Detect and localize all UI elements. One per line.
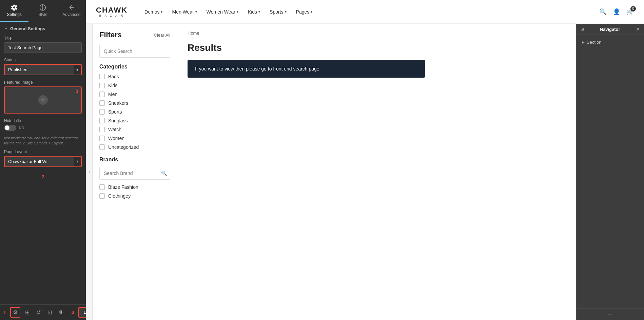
hide-title-label: Hide Title bbox=[4, 118, 82, 123]
checkbox-women[interactable] bbox=[99, 136, 105, 141]
section-chevron: ▶ bbox=[582, 40, 585, 44]
filter-item-kids[interactable]: Kids bbox=[99, 83, 170, 88]
label-men: Men bbox=[108, 92, 117, 97]
page-layout-arrow: ▾ bbox=[74, 159, 81, 164]
title-input[interactable] bbox=[4, 42, 82, 53]
checkbox-watch[interactable] bbox=[99, 127, 105, 132]
responsive-icon-button[interactable]: ⊡ bbox=[45, 308, 54, 317]
info-box: If you want to view then please go to fr… bbox=[188, 60, 425, 78]
page-layout-label: Page Layout bbox=[4, 149, 82, 154]
checkbox-blaze[interactable] bbox=[99, 184, 105, 190]
search-brand-input[interactable] bbox=[99, 167, 170, 180]
add-image-button[interactable]: + bbox=[38, 95, 48, 105]
page-layout-select-wrapper: Chawkbazar Full Wi ▾ bbox=[4, 156, 82, 167]
checkbox-sports[interactable] bbox=[99, 109, 105, 115]
preview-icon-button[interactable]: 👁 bbox=[57, 308, 66, 317]
filters-header: Filters Clear All bbox=[99, 31, 170, 39]
navigator-footer-dots: ··· bbox=[608, 311, 612, 317]
nav-demos-label: Demos bbox=[144, 9, 159, 15]
nav-item-pages[interactable]: Pages ▾ bbox=[296, 9, 313, 15]
navigator-content: ▶ Section bbox=[577, 35, 644, 308]
filter-item-sunglass[interactable]: Sunglass bbox=[99, 118, 170, 123]
checkbox-clothingey[interactable] bbox=[99, 193, 105, 199]
categories-title: Categories bbox=[99, 64, 170, 70]
user-icon[interactable]: 👤 bbox=[613, 8, 620, 16]
status-select[interactable]: Published Draft Private bbox=[5, 65, 74, 75]
collapse-button[interactable]: ‹ bbox=[86, 24, 93, 320]
navigator-panel: ⊞ Navigator ✕ ▶ Section ··· bbox=[576, 24, 644, 320]
checkbox-uncategorized[interactable] bbox=[99, 144, 105, 150]
demos-chevron: ▾ bbox=[161, 10, 162, 14]
filter-item-uncategorized[interactable]: Uncategorized bbox=[99, 144, 170, 150]
search-brand-icon: 🔍 bbox=[161, 171, 167, 176]
nav-item-womenwear[interactable]: Women Wear ▾ bbox=[207, 9, 238, 15]
filters-sidebar: Filters Clear All Categories Bags Kids bbox=[93, 24, 177, 320]
layers-icon-button[interactable]: ⊞ bbox=[23, 308, 32, 317]
general-settings-section: General Settings Title Status Published … bbox=[0, 22, 86, 185]
page-layout-group: Page Layout Chawkbazar Full Wi ▾ bbox=[4, 149, 82, 167]
checkbox-men[interactable] bbox=[99, 92, 105, 97]
tab-advanced[interactable]: Advanced bbox=[57, 0, 86, 22]
search-icon[interactable]: 🔍 bbox=[599, 8, 607, 16]
settings-tab-label: Settings bbox=[7, 12, 21, 17]
label-watch: Watch bbox=[108, 127, 121, 132]
clear-all-button[interactable]: Clear All bbox=[154, 33, 170, 38]
cart-badge: 0 bbox=[630, 6, 636, 12]
nav-menwear-label: Men Wear bbox=[172, 9, 194, 15]
hide-title-toggle[interactable] bbox=[4, 125, 16, 131]
tab-style[interactable]: Style bbox=[28, 0, 57, 22]
checkbox-bags[interactable] bbox=[99, 74, 105, 79]
nav-item-sports[interactable]: Sports ▾ bbox=[270, 9, 286, 15]
breadcrumb[interactable]: Home bbox=[188, 31, 566, 36]
featured-image-label: Featured Image bbox=[4, 80, 82, 85]
search-brand-wrapper: 🔍 bbox=[99, 167, 170, 180]
logo-text: CHAWK bbox=[96, 6, 128, 14]
nav-pages-label: Pages bbox=[296, 9, 310, 15]
checkbox-sunglass[interactable] bbox=[99, 118, 105, 123]
featured-image-group: Featured Image 3 + bbox=[4, 80, 82, 114]
section-header[interactable]: General Settings bbox=[4, 26, 82, 31]
top-nav: CHAWK B A Z A R Demos ▾ Men Wear ▾ Women… bbox=[86, 0, 644, 24]
label-sports: Sports bbox=[108, 109, 122, 115]
red-num-1: 1 bbox=[3, 310, 6, 315]
menwear-chevron: ▾ bbox=[195, 10, 197, 14]
featured-image-box[interactable]: 3 + bbox=[4, 86, 82, 114]
filter-item-bags[interactable]: Bags bbox=[99, 74, 170, 79]
toggle-no-label: NO bbox=[19, 126, 24, 130]
checkbox-sneakers[interactable] bbox=[99, 100, 105, 106]
cart-icon[interactable]: 🛒 0 bbox=[626, 8, 634, 16]
red-num-4: 4 bbox=[72, 310, 74, 315]
toggle-knob bbox=[5, 125, 9, 130]
app-wrapper: Settings Style Advanced General Settings bbox=[0, 0, 644, 320]
filter-item-watch[interactable]: Watch bbox=[99, 127, 170, 132]
history-icon-button[interactable]: ↺ bbox=[34, 308, 43, 317]
update-button[interactable]: UPDATE bbox=[78, 307, 86, 318]
filter-item-clothingey[interactable]: Clothingey bbox=[99, 193, 170, 199]
filter-item-sneakers[interactable]: Sneakers bbox=[99, 100, 170, 106]
filter-item-women[interactable]: Women bbox=[99, 136, 170, 141]
nav-item-demos[interactable]: Demos ▾ bbox=[144, 9, 162, 15]
status-group: Status Published Draft Private ▾ bbox=[4, 58, 82, 75]
nav-item-kids[interactable]: Kids ▾ bbox=[248, 9, 260, 15]
checkbox-kids[interactable] bbox=[99, 83, 105, 88]
page-layout-select[interactable]: Chawkbazar Full Wi bbox=[5, 157, 74, 166]
nav-actions: 🔍 👤 🛒 0 bbox=[599, 8, 634, 16]
filter-item-blaze[interactable]: Blaze Fashion bbox=[99, 184, 170, 190]
navigator-item-section[interactable]: ▶ Section bbox=[579, 38, 641, 47]
settings-icon-button[interactable]: ⚙ bbox=[10, 307, 20, 318]
filter-item-sports[interactable]: Sports bbox=[99, 109, 170, 115]
brands-section: Brands 🔍 Blaze Fashion Clothingey bbox=[99, 157, 170, 199]
label-women: Women bbox=[108, 136, 124, 141]
status-select-wrapper: Published Draft Private ▾ bbox=[4, 64, 82, 75]
hide-title-group: Hide Title NO bbox=[4, 118, 82, 131]
style-tab-label: Style bbox=[38, 12, 47, 17]
navigator-close-button[interactable]: ✕ bbox=[636, 26, 640, 32]
navigator-footer: ··· bbox=[577, 308, 644, 320]
nav-item-menwear[interactable]: Men Wear ▾ bbox=[172, 9, 197, 15]
advanced-tab-label: Advanced bbox=[62, 12, 80, 17]
tab-settings[interactable]: Settings bbox=[0, 0, 28, 22]
filter-item-men[interactable]: Men bbox=[99, 92, 170, 97]
hint-text: Not working? You can set a different sel… bbox=[4, 136, 82, 146]
quick-search-input[interactable] bbox=[99, 45, 170, 58]
label-bags: Bags bbox=[108, 74, 119, 79]
